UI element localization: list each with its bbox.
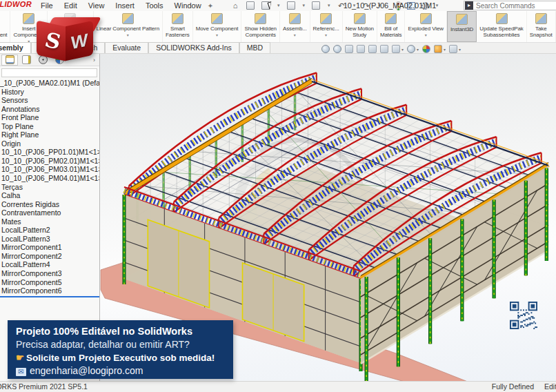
document-title: 10_10_(PJ06_MA02.01)M1 — [331, 1, 448, 10]
home-icon[interactable]: ⌂ — [231, 1, 239, 10]
take-snapshot-icon — [535, 13, 547, 24]
tree-item-11[interactable]: 10_10_(PJ06_PM04.01)M1<1> (Default<D — [0, 174, 99, 183]
search-input[interactable] — [476, 2, 545, 10]
tab-evaluate[interactable]: Evaluate — [105, 42, 148, 53]
show-hidden-components-button[interactable]: Show Hidden Components — [241, 11, 280, 42]
tree-item-6[interactable]: Right Plane — [0, 130, 99, 139]
view-settings-caret-icon[interactable]: ▾ — [444, 47, 446, 52]
exploded-view-caret-icon[interactable]: ▾ — [425, 32, 427, 37]
panel-tab-property-manager[interactable] — [18, 55, 34, 66]
open-document-caret-icon[interactable]: ▾ — [277, 3, 280, 8]
save-icon[interactable] — [287, 1, 295, 10]
tree-item-20[interactable]: MirrorComponent2 — [0, 252, 99, 261]
tree-item-3[interactable]: Annotations — [0, 105, 99, 114]
hide-show-items-icon[interactable] — [368, 45, 377, 53]
menu-bar: FileEditViewInsertToolsWindow — [36, 1, 206, 10]
update-speedpak-subassemblies-button[interactable]: Update SpeedPak Subassemblies — [477, 11, 526, 42]
linear-component-pattern-label: Linear Component Pattern — [97, 26, 159, 32]
update-speedpak-subassemblies-icon — [496, 13, 508, 24]
tree-item-18[interactable]: LocalLPattern3 — [0, 235, 99, 244]
reference-geometry-button[interactable]: Referenc...▾ — [310, 11, 343, 42]
display-style-icon[interactable] — [407, 45, 415, 53]
tree-item-16[interactable]: Mates — [0, 217, 99, 226]
display-style-caret-icon[interactable]: ▾ — [417, 47, 419, 52]
print-caret-icon[interactable]: ▾ — [328, 3, 330, 8]
tree-item-12[interactable]: Terças — [0, 183, 99, 192]
tree-item-4[interactable]: Front Plane — [0, 113, 99, 122]
frame-options-caret-icon[interactable]: ▾ — [459, 47, 461, 52]
banner-title: Projeto 100% Editável no SolidWorks — [16, 325, 226, 338]
feature-tree: 10_10_(PJ06_MA02.01)M1 (Default<Display … — [0, 79, 99, 295]
tree-item-23[interactable]: MirrorComponent5 — [0, 278, 99, 287]
edit-component-button[interactable]: Edit Component▾ — [0, 11, 10, 42]
zoom-to-area-icon[interactable] — [333, 45, 341, 53]
banner-cta: ☛Solicite um Projeto Executivo sob medid… — [16, 351, 226, 364]
tree-item-14[interactable]: Correntes Rigidas — [0, 200, 99, 209]
exploded-view-icon — [420, 13, 432, 24]
previous-view-icon[interactable] — [345, 45, 353, 53]
search-icon[interactable]: ▸ — [465, 1, 473, 10]
take-snapshot-button[interactable]: Take Snapshot — [527, 11, 556, 42]
reference-geometry-caret-icon[interactable]: ▾ — [325, 32, 327, 37]
tree-item-8[interactable]: 10_10_(PJ06_PP01.01)M1<1> (Default<<D — [0, 148, 99, 157]
panel-tab-feature-manager-tree[interactable] — [1, 55, 18, 66]
rollback-bar[interactable] — [0, 296, 99, 297]
tab-solidworks-add-ins[interactable]: SOLIDWORKS Add-Ins — [148, 42, 239, 53]
smart-fasteners-label: Smart Fasteners — [166, 26, 190, 38]
new-motion-study-label: New Motion Study — [346, 26, 374, 38]
edit-appearance-icon[interactable] — [380, 45, 388, 53]
menu-file[interactable]: File — [36, 1, 58, 10]
move-component-button[interactable]: Move Component▾ — [193, 11, 242, 42]
menu-view[interactable]: View — [83, 1, 110, 10]
bill-of-materials-button[interactable]: Bill of Materials — [377, 11, 406, 42]
pointing-finger-icon: ☛ — [16, 353, 24, 363]
menu-window[interactable]: Window — [170, 1, 206, 10]
pin-icon[interactable]: ✦ — [208, 2, 213, 10]
view-orientation-icon[interactable] — [392, 45, 400, 53]
print-icon[interactable] — [312, 1, 320, 10]
tab-assembly[interactable]: Assembly — [0, 42, 31, 53]
tree-item-24[interactable]: MirrorComponent6 — [0, 286, 99, 295]
linear-component-pattern-button[interactable]: Linear Component Pattern▾ — [94, 11, 163, 42]
assembly-features-caret-icon[interactable]: ▾ — [294, 32, 296, 37]
tree-item-19[interactable]: MirrorComponent1 — [0, 243, 99, 252]
tree-item-1[interactable]: History — [0, 88, 99, 97]
view-settings-icon[interactable] — [434, 45, 442, 53]
tree-item-0[interactable]: 10_10_(PJ06_MA02.01)M1 (Default<Display … — [0, 79, 99, 88]
save-caret-icon[interactable]: ▾ — [303, 3, 306, 8]
tree-item-2[interactable]: Sensors — [0, 96, 99, 105]
tree-item-7[interactable]: Origin — [0, 139, 99, 148]
tree-item-15[interactable]: Contraventamento — [0, 208, 99, 217]
tree-item-13[interactable]: Calha — [0, 191, 99, 200]
smart-fasteners-button[interactable]: Smart Fasteners — [163, 11, 193, 42]
tree-item-5[interactable]: Top Plane — [0, 122, 99, 131]
search-commands-box[interactable]: ▸ — [464, 1, 556, 10]
exploded-view-label: Exploded View — [408, 26, 443, 32]
tree-filter-input[interactable] — [1, 68, 97, 77]
tree-item-22[interactable]: MirrorComponent3 — [0, 269, 99, 278]
tree-item-17[interactable]: LocalLPattern2 — [0, 226, 99, 235]
menu-edit[interactable]: Edit — [59, 1, 82, 10]
exploded-view-button[interactable]: Exploded View▾ — [405, 11, 446, 42]
tree-item-9[interactable]: 10_10_(PJ06_PM02.01)M1<1> (Default<D — [0, 157, 99, 166]
banner-email: ✉engenharia@loogipro.com — [16, 364, 226, 378]
section-view-icon[interactable] — [357, 45, 365, 53]
zoom-to-fit-icon[interactable] — [321, 45, 330, 53]
menu-tools[interactable]: Tools — [141, 1, 168, 10]
move-component-caret-icon[interactable]: ▾ — [216, 32, 218, 37]
menu-insert[interactable]: Insert — [110, 1, 139, 10]
tab-mbd[interactable]: MBD — [239, 42, 270, 53]
new-motion-study-button[interactable]: New Motion Study — [343, 11, 377, 42]
apply-scene-icon[interactable] — [422, 45, 430, 53]
instant3d-button[interactable]: Instant3D — [447, 11, 477, 42]
reference-geometry-label: Referenc... — [313, 26, 339, 32]
linear-component-pattern-caret-icon[interactable]: ▾ — [127, 32, 129, 37]
assembly-features-button[interactable]: Assemb...▾ — [280, 11, 310, 42]
status-editing: Editing — [544, 382, 556, 391]
new-document-icon[interactable] — [246, 1, 255, 10]
frame-options-icon[interactable] — [449, 45, 457, 53]
assembly-features-label: Assemb... — [283, 26, 307, 32]
view-orientation-caret-icon[interactable]: ▾ — [401, 47, 404, 52]
tree-item-10[interactable]: 10_10_(PJ06_PM03.01)M1<1> (Default<D — [0, 165, 99, 174]
tree-item-21[interactable]: LocalLPattern4 — [0, 260, 99, 269]
